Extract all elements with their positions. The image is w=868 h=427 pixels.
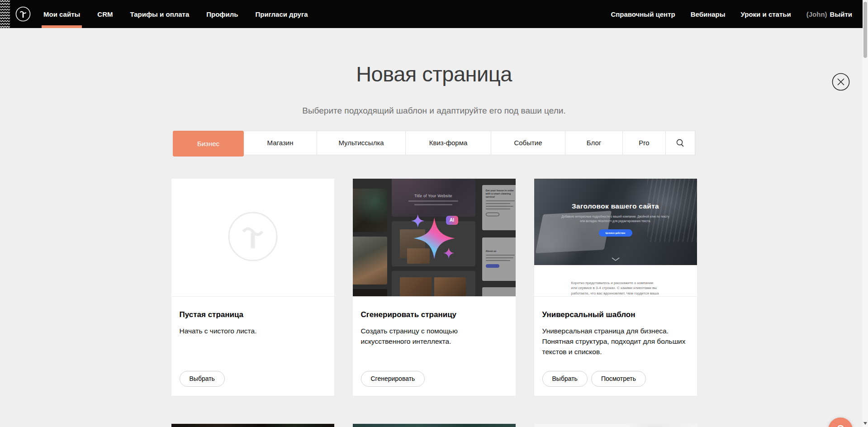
text-line-decoration <box>486 206 513 207</box>
tab-quiz-form[interactable]: Квиз-форма <box>406 131 491 155</box>
collage-about-title: About us <box>486 250 516 253</box>
collage-photo-tile <box>400 277 432 297</box>
text-line-decoration <box>486 255 515 256</box>
preview-button[interactable]: Посмотреть <box>591 371 646 387</box>
template-hero-title: Заголовок вашего сайта <box>572 202 659 210</box>
template-preview-image <box>171 424 334 427</box>
zigzag-pattern-decoration <box>0 0 10 28</box>
nav-item-label: Справочный центр <box>611 10 675 18</box>
scrollbar-down-arrow[interactable] <box>863 422 867 425</box>
tab-multilink[interactable]: Мультиссылка <box>317 131 406 155</box>
nav-item-crm[interactable]: CRM <box>96 0 114 28</box>
nav-item-invite-friend[interactable]: Пригласи друга <box>254 0 308 28</box>
collage-doc-title: Get your house in order with a smart cle… <box>486 189 516 199</box>
top-navbar: Мои сайты CRM Тарифы и оплата Профиль Пр… <box>0 0 868 28</box>
page-title: Новая страница <box>0 28 868 86</box>
nav-item-my-sites[interactable]: Мои сайты <box>43 0 81 28</box>
text-line-decoration <box>408 200 458 202</box>
template-card-partial[interactable] <box>171 424 334 427</box>
text-line-decoration <box>486 209 510 209</box>
nav-right-menu: Справочный центр Вебинары Уроки и статьи… <box>596 0 853 28</box>
collage-photo-tile <box>434 277 466 297</box>
nav-item-label: Тарифы и оплата <box>130 10 189 18</box>
collage-hero-title: Title of Your Website <box>414 194 452 198</box>
template-card-ai-generate: Title of Your Website Get your house in … <box>353 179 516 396</box>
help-button[interactable]: ? <box>828 418 853 427</box>
template-category-tabs: Бизнес Магазин Мультиссылка Квиз-форма С… <box>173 131 695 155</box>
scrollbar-thumb[interactable] <box>863 2 867 58</box>
collage-doc-tile <box>482 287 516 297</box>
collage-about-tile: About us <box>482 237 516 281</box>
close-icon <box>832 73 850 91</box>
text-line-decoration <box>486 257 513 258</box>
template-cards-row-1: Пустая страница Начать с чистого листа. … <box>171 179 697 396</box>
nav-item-label: CRM <box>97 10 113 18</box>
active-nav-underline <box>42 25 82 28</box>
template-cta-button: Целевое действие <box>599 229 632 237</box>
search-icon <box>676 138 685 147</box>
template-card-universal: Заголовок вашего сайта Добавьте интересн… <box>534 179 697 396</box>
mini-button-decoration <box>486 213 499 216</box>
tab-blog[interactable]: Блог <box>565 131 623 155</box>
close-button[interactable] <box>832 73 850 91</box>
template-hero-subtitle: Добавьте интересные подробности о вашей … <box>559 214 672 224</box>
logout-label: Выйти <box>830 10 852 18</box>
tab-pro[interactable]: Pro <box>623 131 666 155</box>
collage-photo-tile <box>407 248 430 264</box>
nav-item-label: Профиль <box>206 10 238 18</box>
collage-photo-tile <box>353 289 387 297</box>
universal-template-preview[interactable]: Заголовок вашего сайта Добавьте интересн… <box>534 179 697 297</box>
chevron-down-icon <box>611 257 620 261</box>
template-card-partial[interactable] <box>534 424 697 427</box>
card-title: Сгенерировать страницу <box>361 310 508 319</box>
page-subtitle: Выберите подходящий шаблон и адаптируйте… <box>0 106 868 116</box>
blank-page-preview[interactable] <box>171 179 334 297</box>
text-line-decoration <box>486 200 515 201</box>
template-body-text: Коротко представьтесь и расскажите о ком… <box>571 280 660 297</box>
template-text-section: Коротко представьтесь и расскажите о ком… <box>534 265 697 297</box>
collage-photo-tile <box>353 237 387 285</box>
template-card-blank: Пустая страница Начать с чистого листа. … <box>171 179 334 396</box>
nav-item-label: Пригласи друга <box>255 10 308 18</box>
choose-button[interactable]: Выбрать <box>180 371 225 387</box>
generate-button[interactable]: Сгенерировать <box>361 371 425 387</box>
nav-item-label: Уроки и статьи <box>741 10 791 18</box>
card-description: Создать страницу с помощью искусственног… <box>361 326 508 347</box>
page-scrollbar <box>863 0 868 427</box>
text-line-decoration <box>486 203 510 204</box>
text-line-decoration <box>486 260 510 261</box>
nav-item-help-center[interactable]: Справочный центр <box>610 0 676 28</box>
collage-hero-tile: Title of Your Website <box>392 179 475 217</box>
tab-business[interactable]: Бизнес <box>173 131 244 157</box>
user-name: (John) <box>806 10 827 18</box>
collage-doc-tile: Get your house in order with a smart cle… <box>482 185 516 230</box>
tilda-logo[interactable] <box>15 6 31 22</box>
collage-content-tile <box>392 221 475 266</box>
nav-item-profile[interactable]: Профиль <box>205 0 239 28</box>
collage-content-tile <box>392 271 475 297</box>
card-description: Универсальная страница для бизнеса. Поня… <box>542 326 689 357</box>
nav-item-tariffs[interactable]: Тарифы и оплата <box>129 0 190 28</box>
template-card-partial[interactable] <box>353 424 516 427</box>
text-line-decoration <box>414 204 452 205</box>
card-title: Пустая страница <box>180 310 326 319</box>
nav-item-lessons[interactable]: Уроки и статьи <box>740 0 792 28</box>
tab-store[interactable]: Магазин <box>244 131 317 155</box>
collage-photo-tile <box>353 189 387 232</box>
tab-event[interactable]: Событие <box>491 131 565 155</box>
nav-item-label: Мои сайты <box>43 10 80 18</box>
new-page-dialog: Новая страница Выберите подходящий шабло… <box>0 28 868 427</box>
choose-button[interactable]: Выбрать <box>542 371 588 387</box>
template-cards-row-2 <box>171 424 697 427</box>
ai-badge: AI <box>446 216 458 225</box>
nav-item-logout[interactable]: (John) Выйти <box>806 0 853 28</box>
template-preview-image <box>353 424 516 427</box>
nav-item-webinars[interactable]: Вебинары <box>690 0 726 28</box>
search-tab[interactable] <box>666 131 695 155</box>
tilda-watermark-icon <box>228 211 278 264</box>
nav-left-menu: Мои сайты CRM Тарифы и оплата Профиль Пр… <box>43 0 324 28</box>
card-title: Универсальный шаблон <box>542 310 689 319</box>
ai-generate-preview[interactable]: Title of Your Website Get your house in … <box>353 179 516 297</box>
template-preview-image <box>534 424 697 427</box>
template-hero-section: Заголовок вашего сайта Добавьте интересн… <box>534 179 697 265</box>
